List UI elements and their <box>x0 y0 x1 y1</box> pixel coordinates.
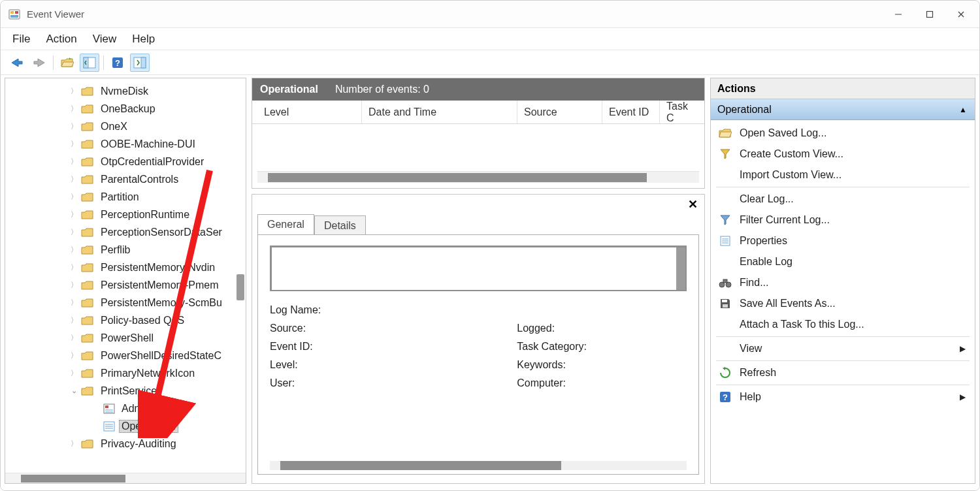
action-find[interactable]: Find... <box>711 272 975 293</box>
tree-item[interactable]: 〉PersistentMemory-ScmBu <box>5 294 246 311</box>
tree-item-label: Privacy-Auditing <box>101 438 176 449</box>
chevron-right-icon[interactable]: 〉 <box>69 121 78 131</box>
chevron-right-icon[interactable]: 〉 <box>69 227 78 237</box>
forward-button[interactable] <box>29 54 49 72</box>
tree-item[interactable]: 〉PrimaryNetworkIcon <box>5 364 246 382</box>
tree-item[interactable]: 〉OneX <box>5 118 246 135</box>
tree-item[interactable]: 〉PersistentMemory-Pmem <box>5 276 246 294</box>
chevron-right-icon[interactable]: 〉 <box>69 351 78 360</box>
tree-item[interactable]: 〉NvmeDisk <box>5 82 246 100</box>
events-horizontal-scrollbar[interactable] <box>257 171 699 183</box>
action-filter-current-log[interactable]: Filter Current Log... <box>711 210 975 230</box>
tab-content: Log Name: Source: Event ID: Level: User:… <box>257 234 699 475</box>
chevron-right-icon[interactable]: 〉 <box>69 315 78 325</box>
menu-help[interactable]: Help <box>132 33 155 46</box>
chevron-right-icon[interactable]: 〉 <box>69 280 78 290</box>
chevron-right-icon[interactable]: 〉 <box>69 104 78 114</box>
tree-item[interactable]: 〉Partition <box>5 188 246 206</box>
action-attach-task[interactable]: Attach a Task To this Log... <box>711 314 975 335</box>
tab-general[interactable]: General <box>257 214 314 234</box>
chevron-right-icon: ▶ <box>960 344 966 353</box>
tree-item[interactable]: 〉PowerShell <box>5 329 246 347</box>
tree-item-label: Admin <box>122 403 151 414</box>
chevron-right-icon[interactable]: 〉 <box>69 192 78 202</box>
action-clear-log[interactable]: Clear Log... <box>711 189 975 210</box>
events-panel: Operational Number of events: 0 Level Da… <box>252 78 705 189</box>
menu-file[interactable]: File <box>12 33 30 46</box>
show-hide-tree-icon[interactable] <box>80 54 99 72</box>
tree-item[interactable]: 〉PerceptionSensorDataSer <box>5 223 246 241</box>
action-view-submenu[interactable]: View ▶ <box>711 338 975 359</box>
tree-item[interactable]: 〉PersistentMemory-Nvdin <box>5 259 246 276</box>
help-icon[interactable]: ? <box>108 54 127 72</box>
chevron-right-icon[interactable]: 〉 <box>69 245 78 255</box>
col-taskcategory[interactable]: Task C <box>660 101 699 123</box>
details-tabs: General Details <box>257 214 699 234</box>
chevron-right-icon[interactable]: 〉 <box>69 298 78 308</box>
chevron-down-icon[interactable]: ⌄ <box>69 387 78 395</box>
tree-item[interactable]: 〉PerceptionRuntime <box>5 206 246 223</box>
action-help-submenu[interactable]: ? Help ▶ <box>711 387 975 407</box>
open-log-icon[interactable] <box>57 54 77 72</box>
tree-item-label: OOBE-Machine-DUI <box>101 138 195 150</box>
field-eventid: Event ID: <box>270 341 321 353</box>
tree-item[interactable]: 〉Perflib <box>5 241 246 259</box>
tree-vertical-scrollbar[interactable] <box>237 274 244 300</box>
minimize-button[interactable] <box>883 3 914 26</box>
field-user: User: <box>270 377 321 389</box>
action-save-all-events[interactable]: Save All Events As... <box>711 293 975 314</box>
chevron-right-icon[interactable]: 〉 <box>69 86 78 96</box>
help-icon: ? <box>719 390 732 404</box>
col-source[interactable]: Source <box>517 101 602 123</box>
menu-action[interactable]: Action <box>46 33 76 46</box>
chevron-right-icon[interactable]: 〉 <box>69 333 78 343</box>
show-hide-actions-icon[interactable] <box>130 54 150 72</box>
collapse-icon[interactable]: ▲ <box>959 105 967 114</box>
action-create-custom-view[interactable]: Create Custom View... <box>711 144 975 165</box>
tree-item[interactable]: 〉ParentalControls <box>5 170 246 188</box>
center-column: Operational Number of events: 0 Level Da… <box>252 78 705 484</box>
chevron-right-icon[interactable]: 〉 <box>69 157 78 166</box>
tree-item-label: PerceptionSensorDataSer <box>101 227 222 238</box>
chevron-right-icon[interactable]: 〉 <box>69 439 78 449</box>
action-enable-log[interactable]: Enable Log <box>711 251 975 272</box>
col-level[interactable]: Level <box>257 101 362 123</box>
action-properties[interactable]: Properties <box>711 230 975 251</box>
chevron-right-icon[interactable]: 〉 <box>69 174 78 184</box>
back-button[interactable] <box>7 54 27 72</box>
tree-item[interactable]: 〉OtpCredentialProvider <box>5 153 246 170</box>
events-header-name: Operational <box>260 84 318 95</box>
chevron-right-icon[interactable]: 〉 <box>69 368 78 378</box>
events-table-body <box>252 124 704 171</box>
tree-item-label: PrimaryNetworkIcon <box>101 368 195 379</box>
tree-item-operational[interactable]: Operational <box>5 417 246 435</box>
chevron-right-icon[interactable]: 〉 <box>69 139 78 149</box>
action-import-custom-view[interactable]: Import Custom View... <box>711 165 975 185</box>
chevron-right-icon[interactable]: 〉 <box>69 262 78 272</box>
tree-item[interactable]: 〉OneBackup <box>5 100 246 118</box>
action-open-saved-log[interactable]: Open Saved Log... <box>711 123 975 144</box>
main-area: 〉NvmeDisk〉OneBackup〉OneX〉OOBE-Machine-DU… <box>1 75 979 490</box>
close-button[interactable] <box>945 3 977 26</box>
tree-item[interactable]: 〉PowerShellDesiredStateC <box>5 347 246 364</box>
col-datetime[interactable]: Date and Time <box>362 101 517 123</box>
tab-details[interactable]: Details <box>314 215 366 236</box>
tree-item-label: NvmeDisk <box>101 86 148 97</box>
col-eventid[interactable]: Event ID <box>602 101 660 123</box>
tree-horizontal-scrollbar[interactable] <box>5 473 246 483</box>
message-scrollbar[interactable] <box>676 247 685 290</box>
menu-view[interactable]: View <box>93 33 117 46</box>
close-details-icon[interactable]: ✕ <box>688 197 698 212</box>
tree-item-printservice[interactable]: ⌄PrintService <box>5 382 246 400</box>
actions-panel: Actions Operational ▲ Open Saved Log... … <box>710 78 975 484</box>
maximize-button[interactable] <box>914 3 945 26</box>
menu-bar: File Action View Help <box>1 28 979 50</box>
tree-item[interactable]: 〉OOBE-Machine-DUI <box>5 135 246 153</box>
tree-item[interactable]: 〉Policy-based QoS <box>5 311 246 329</box>
action-refresh[interactable]: Refresh <box>711 362 975 383</box>
details-horizontal-scrollbar[interactable] <box>270 461 687 470</box>
chevron-right-icon[interactable]: 〉 <box>69 210 78 219</box>
actions-subheader[interactable]: Operational ▲ <box>711 99 975 120</box>
tree-item-admin[interactable]: Admin <box>5 400 246 417</box>
tree-item[interactable]: 〉Privacy-Auditing <box>5 435 246 452</box>
